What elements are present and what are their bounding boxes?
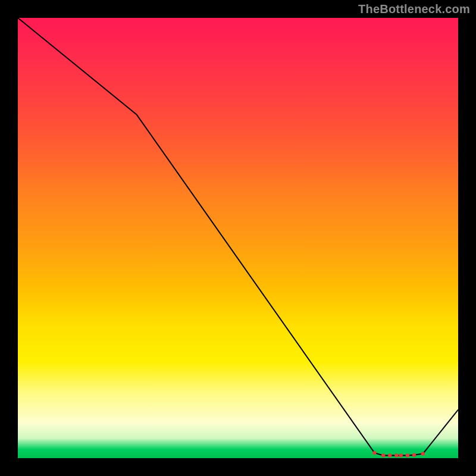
plot-area <box>18 18 458 458</box>
chart-marker <box>421 452 425 455</box>
chart-svg <box>18 18 458 458</box>
chart-marker <box>381 453 385 457</box>
chart-line <box>18 18 458 456</box>
chart-marker <box>399 453 403 457</box>
chart-marker <box>372 451 376 455</box>
chart-marker <box>394 453 398 457</box>
chart-marker <box>388 453 392 457</box>
chart-marker <box>406 453 409 457</box>
watermark-text: TheBottleneck.com <box>358 2 470 16</box>
chart-frame: TheBottleneck.com <box>0 0 476 476</box>
chart-marker <box>412 453 416 457</box>
